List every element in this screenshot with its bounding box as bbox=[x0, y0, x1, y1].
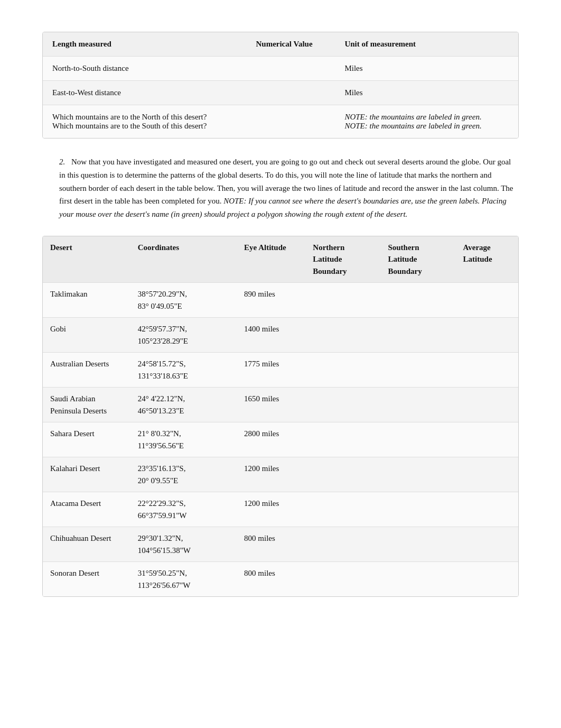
table2-south-6 bbox=[380, 457, 455, 492]
table1-cell-unit-2: Miles bbox=[335, 81, 518, 105]
table2-header-north: NorthernLatitudeBoundary bbox=[305, 236, 380, 283]
table2-north-9 bbox=[305, 562, 380, 597]
table1-unit-3b: NOTE: the mountains are labeled in green… bbox=[344, 122, 481, 130]
table1-cell-value-3 bbox=[246, 105, 335, 139]
question2-text: 2. Now that you have investigated and me… bbox=[59, 155, 519, 221]
table1-container: Length measured Numerical Value Unit of … bbox=[42, 32, 519, 139]
table2-coords-6: 23°35'16.13"S,20° 0'9.55"E bbox=[130, 457, 237, 492]
table1-header-length: Length measured bbox=[43, 32, 246, 57]
table2-south-1 bbox=[380, 283, 455, 318]
table2-eye-9: 800 miles bbox=[237, 562, 305, 597]
table2-south-7 bbox=[380, 492, 455, 527]
table2-south-9 bbox=[380, 562, 455, 597]
table2-avg-2 bbox=[456, 318, 518, 353]
table2-north-8 bbox=[305, 527, 380, 562]
table2-row-8: Chihuahuan Desert29°30'1.32"N,104°56'15.… bbox=[43, 527, 518, 562]
table2-avg-6 bbox=[456, 457, 518, 492]
table1-cell-length-3: Which mountains are to the North of this… bbox=[43, 105, 246, 139]
table2-desert-9: Sonoran Desert bbox=[43, 562, 130, 597]
table2-coords-5: 21° 8'0.32"N,11°39'56.56"E bbox=[130, 422, 237, 457]
table1-unit-3a: NOTE: the mountains are labeled in green… bbox=[344, 113, 481, 121]
table2-row-1: Taklimakan38°57'20.29"N,83° 0'49.05"E890… bbox=[43, 283, 518, 318]
table1-length-3b: Which mountains are to the South of this… bbox=[52, 122, 207, 130]
table2-coords-3: 24°58'15.72"S,131°33'18.63"E bbox=[130, 353, 237, 388]
table2-row-5: Sahara Desert21° 8'0.32"N,11°39'56.56"E2… bbox=[43, 422, 518, 457]
table2-desert-1: Taklimakan bbox=[43, 283, 130, 318]
table1-cell-length-2: East-to-West distance bbox=[43, 81, 246, 105]
table1-row-1: North-to-South distance Miles bbox=[43, 57, 518, 81]
table2-coords-9: 31°59'50.25"N,113°26'56.67"W bbox=[130, 562, 237, 597]
table2-coords-7: 22°22'29.32"S,66°37'59.91"W bbox=[130, 492, 237, 527]
table2-row-6: Kalahari Desert23°35'16.13"S,20° 0'9.55"… bbox=[43, 457, 518, 492]
table2-coords-4: 24° 4'22.12"N,46°50'13.23"E bbox=[130, 388, 237, 422]
table2-row-4: Saudi Arabian Peninsula Deserts24° 4'22.… bbox=[43, 388, 518, 422]
table1-cell-value-1 bbox=[246, 57, 335, 81]
table2-eye-8: 800 miles bbox=[237, 527, 305, 562]
table2-avg-3 bbox=[456, 353, 518, 388]
table2-south-5 bbox=[380, 422, 455, 457]
table2-north-4 bbox=[305, 388, 380, 422]
table2-row-7: Atacama Desert22°22'29.32"S,66°37'59.91"… bbox=[43, 492, 518, 527]
table2-eye-3: 1775 miles bbox=[237, 353, 305, 388]
table2-north-5 bbox=[305, 422, 380, 457]
table2-coords-1: 38°57'20.29"N,83° 0'49.05"E bbox=[130, 283, 237, 318]
table2-south-8 bbox=[380, 527, 455, 562]
table2-avg-1 bbox=[456, 283, 518, 318]
question2-note: NOTE: If you cannot see where the desert… bbox=[59, 197, 507, 218]
table1-header-value: Numerical Value bbox=[246, 32, 335, 57]
table1-row-2: East-to-West distance Miles bbox=[43, 81, 518, 105]
table2-row-9: Sonoran Desert31°59'50.25"N,113°26'56.67… bbox=[43, 562, 518, 597]
table2-eye-7: 1200 miles bbox=[237, 492, 305, 527]
table2-eye-2: 1400 miles bbox=[237, 318, 305, 353]
table1: Length measured Numerical Value Unit of … bbox=[43, 32, 518, 138]
table2-header-eye: Eye Altitude bbox=[237, 236, 305, 283]
table2-desert-3: Australian Deserts bbox=[43, 353, 130, 388]
table2-north-6 bbox=[305, 457, 380, 492]
table2: Desert Coordinates Eye Altitude Northern… bbox=[43, 236, 518, 597]
table2-south-2 bbox=[380, 318, 455, 353]
table2-desert-5: Sahara Desert bbox=[43, 422, 130, 457]
table2-eye-5: 2800 miles bbox=[237, 422, 305, 457]
question2-number: 2. bbox=[59, 155, 65, 169]
table2-coords-8: 29°30'1.32"N,104°56'15.38"W bbox=[130, 527, 237, 562]
table2-south-4 bbox=[380, 388, 455, 422]
table1-cell-value-2 bbox=[246, 81, 335, 105]
table1-cell-unit-1: Miles bbox=[335, 57, 518, 81]
table2-row-3: Australian Deserts24°58'15.72"S,131°33'1… bbox=[43, 353, 518, 388]
table2-avg-8 bbox=[456, 527, 518, 562]
table2-container: Desert Coordinates Eye Altitude Northern… bbox=[42, 236, 519, 597]
question2-block: 2. Now that you have investigated and me… bbox=[42, 155, 519, 221]
table2-desert-8: Chihuahuan Desert bbox=[43, 527, 130, 562]
table2-desert-6: Kalahari Desert bbox=[43, 457, 130, 492]
question2-body: Now that you have investigated and measu… bbox=[59, 158, 513, 218]
table2-desert-7: Atacama Desert bbox=[43, 492, 130, 527]
table2-desert-4: Saudi Arabian Peninsula Deserts bbox=[43, 388, 130, 422]
table2-eye-1: 890 miles bbox=[237, 283, 305, 318]
table1-cell-length-1: North-to-South distance bbox=[43, 57, 246, 81]
table2-avg-4 bbox=[456, 388, 518, 422]
table2-south-3 bbox=[380, 353, 455, 388]
table1-header-unit: Unit of measurement bbox=[335, 32, 518, 57]
table2-header-avg: AverageLatitude bbox=[456, 236, 518, 283]
table2-north-2 bbox=[305, 318, 380, 353]
table2-avg-9 bbox=[456, 562, 518, 597]
table2-north-7 bbox=[305, 492, 380, 527]
table2-header-coords: Coordinates bbox=[130, 236, 237, 283]
table2-eye-4: 1650 miles bbox=[237, 388, 305, 422]
table2-coords-2: 42°59'57.37"N,105°23'28.29"E bbox=[130, 318, 237, 353]
table2-avg-7 bbox=[456, 492, 518, 527]
table1-length-3a: Which mountains are to the North of this… bbox=[52, 113, 207, 121]
table1-cell-unit-3: NOTE: the mountains are labeled in green… bbox=[335, 105, 518, 139]
table2-header-desert: Desert bbox=[43, 236, 130, 283]
table2-avg-5 bbox=[456, 422, 518, 457]
table1-row-3: Which mountains are to the North of this… bbox=[43, 105, 518, 139]
table2-eye-6: 1200 miles bbox=[237, 457, 305, 492]
table2-header-south: SouthernLatitudeBoundary bbox=[380, 236, 455, 283]
table2-north-3 bbox=[305, 353, 380, 388]
table2-desert-2: Gobi bbox=[43, 318, 130, 353]
table2-row-2: Gobi42°59'57.37"N,105°23'28.29"E1400 mil… bbox=[43, 318, 518, 353]
table2-north-1 bbox=[305, 283, 380, 318]
